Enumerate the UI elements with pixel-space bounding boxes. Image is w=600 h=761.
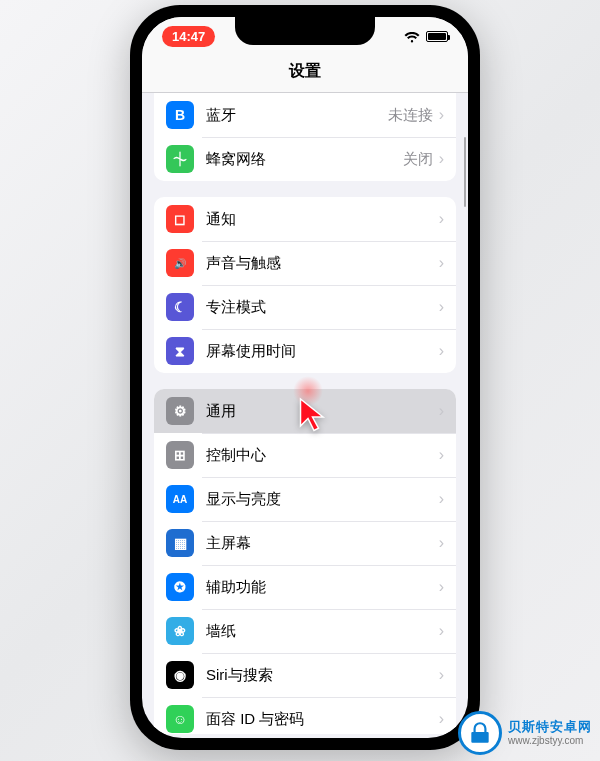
row-label: 面容 ID 与密码 <box>206 710 439 729</box>
settings-row[interactable]: ◉Siri与搜索› <box>154 653 456 697</box>
settings-row[interactable]: ⚙通用› <box>154 389 456 433</box>
settings-row[interactable]: 🔊声音与触感› <box>154 241 456 285</box>
siri-icon: ◉ <box>166 661 194 689</box>
settings-group: ◻通知›🔊声音与触感›☾专注模式›⧗屏幕使用时间› <box>154 197 456 373</box>
phone-frame: 14:47 设置 B蓝牙未连接›⏆蜂窝网络关闭›◻通知›🔊声音与触感›☾专注模式… <box>130 5 480 750</box>
settings-row[interactable]: ⧗屏幕使用时间› <box>154 329 456 373</box>
row-detail: 关闭 <box>403 150 433 169</box>
chevron-right-icon: › <box>439 578 444 596</box>
chevron-right-icon: › <box>439 534 444 552</box>
sounds-icon: 🔊 <box>166 249 194 277</box>
chevron-right-icon: › <box>439 298 444 316</box>
notch <box>235 17 375 45</box>
settings-group: B蓝牙未连接›⏆蜂窝网络关闭› <box>154 93 456 181</box>
homescreen-icon: ▦ <box>166 529 194 557</box>
row-label: 专注模式 <box>206 298 439 317</box>
watermark-title: 贝斯特安卓网 <box>508 719 592 735</box>
settings-row[interactable]: B蓝牙未连接› <box>154 93 456 137</box>
control-center-icon: ⊞ <box>166 441 194 469</box>
settings-row[interactable]: ▦主屏幕› <box>154 521 456 565</box>
display-icon: AA <box>166 485 194 513</box>
screentime-icon: ⧗ <box>166 337 194 365</box>
row-label: 通知 <box>206 210 439 229</box>
settings-row[interactable]: ☺面容 ID 与密码› <box>154 697 456 734</box>
general-icon: ⚙ <box>166 397 194 425</box>
battery-icon <box>426 31 448 42</box>
row-label: 屏幕使用时间 <box>206 342 439 361</box>
row-label: 蜂窝网络 <box>206 150 403 169</box>
chevron-right-icon: › <box>439 666 444 684</box>
settings-group: ⚙通用›⊞控制中心›AA显示与亮度›▦主屏幕›✪辅助功能›❀墙纸›◉Siri与搜… <box>154 389 456 734</box>
cellular-icon: ⏆ <box>166 145 194 173</box>
settings-row[interactable]: ❀墙纸› <box>154 609 456 653</box>
notifications-icon: ◻ <box>166 205 194 233</box>
settings-content[interactable]: B蓝牙未连接›⏆蜂窝网络关闭›◻通知›🔊声音与触感›☾专注模式›⧗屏幕使用时间›… <box>142 93 468 734</box>
watermark-badge-icon <box>458 711 502 755</box>
accessibility-icon: ✪ <box>166 573 194 601</box>
row-label: Siri与搜索 <box>206 666 439 685</box>
chevron-right-icon: › <box>439 490 444 508</box>
chevron-right-icon: › <box>439 622 444 640</box>
row-label: 声音与触感 <box>206 254 439 273</box>
focus-icon: ☾ <box>166 293 194 321</box>
row-label: 墙纸 <box>206 622 439 641</box>
row-label: 辅助功能 <box>206 578 439 597</box>
status-time: 14:47 <box>162 26 215 47</box>
settings-row[interactable]: ⏆蜂窝网络关闭› <box>154 137 456 181</box>
bluetooth-icon: B <box>166 101 194 129</box>
row-label: 显示与亮度 <box>206 490 439 509</box>
row-label: 控制中心 <box>206 446 439 465</box>
row-label: 蓝牙 <box>206 106 388 125</box>
page-title: 设置 <box>142 55 468 93</box>
settings-row[interactable]: AA显示与亮度› <box>154 477 456 521</box>
row-label: 通用 <box>206 402 439 421</box>
chevron-right-icon: › <box>439 342 444 360</box>
wallpaper-icon: ❀ <box>166 617 194 645</box>
chevron-right-icon: › <box>439 254 444 272</box>
settings-row[interactable]: ◻通知› <box>154 197 456 241</box>
chevron-right-icon: › <box>439 446 444 464</box>
chevron-right-icon: › <box>439 710 444 728</box>
chevron-right-icon: › <box>439 106 444 124</box>
chevron-right-icon: › <box>439 210 444 228</box>
screen: 14:47 设置 B蓝牙未连接›⏆蜂窝网络关闭›◻通知›🔊声音与触感›☾专注模式… <box>142 17 468 738</box>
scrollbar[interactable] <box>464 137 467 207</box>
chevron-right-icon: › <box>439 402 444 420</box>
watermark: 贝斯特安卓网 www.zjbstyy.com <box>458 711 592 755</box>
faceid-icon: ☺ <box>166 705 194 733</box>
settings-row[interactable]: ✪辅助功能› <box>154 565 456 609</box>
row-label: 主屏幕 <box>206 534 439 553</box>
wifi-icon <box>404 30 420 42</box>
settings-row[interactable]: ☾专注模式› <box>154 285 456 329</box>
chevron-right-icon: › <box>439 150 444 168</box>
watermark-url: www.zjbstyy.com <box>508 735 592 747</box>
row-detail: 未连接 <box>388 106 433 125</box>
settings-row[interactable]: ⊞控制中心› <box>154 433 456 477</box>
